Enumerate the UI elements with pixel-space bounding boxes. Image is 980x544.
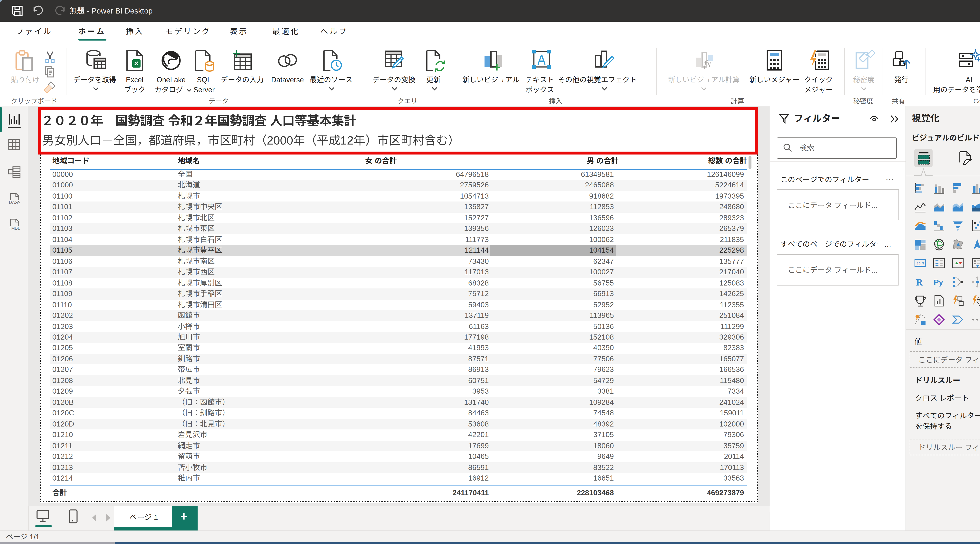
svg-text:DAX: DAX <box>9 200 18 205</box>
svg-text:A: A <box>977 296 980 302</box>
svg-text:123: 123 <box>916 261 924 266</box>
svg-text:fx: fx <box>704 59 711 69</box>
svg-text:Py: Py <box>934 278 943 287</box>
svg-text:R: R <box>916 277 923 288</box>
svg-text:TMDL: TMDL <box>9 226 20 230</box>
